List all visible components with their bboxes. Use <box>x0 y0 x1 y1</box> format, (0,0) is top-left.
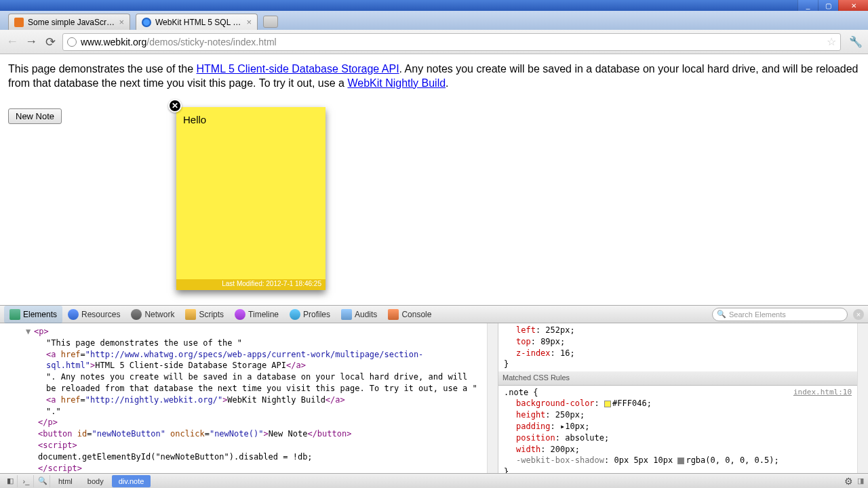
intro-text: This page demonstrates the use of the <box>8 63 197 75</box>
devtools-search-input[interactable]: 🔍 Search Elements <box>712 308 848 321</box>
profiles-icon <box>290 309 300 320</box>
source-link[interactable]: index.html:10 <box>793 387 852 397</box>
address-bar[interactable]: www.webkit.org/demos/sticky-notes/index.… <box>62 33 841 51</box>
devtools-tab-scripts[interactable]: Scripts <box>180 306 229 323</box>
search-icon: 🔍 <box>717 310 726 319</box>
forward-button[interactable]: → <box>24 35 38 49</box>
new-tab-button[interactable] <box>263 16 278 28</box>
devtools-tab-profiles[interactable]: Profiles <box>284 306 336 323</box>
intro-text: . <box>446 77 448 89</box>
browser-tab[interactable]: WebKit HTML 5 SQL Storag × <box>136 14 258 30</box>
window-titlebar <box>0 0 868 11</box>
sticky-note[interactable]: ✕ Hello Last Modified: 2012-7-1 18:46:25 <box>176 107 326 290</box>
devtools-tab-elements[interactable]: Elements <box>4 306 62 323</box>
devtools-toolbar: Elements Resources Network Scripts Timel… <box>0 306 868 323</box>
back-button[interactable]: ← <box>5 35 19 49</box>
nightly-build-link[interactable]: WebKit Nightly Build <box>347 77 446 89</box>
storage-api-link[interactable]: HTML 5 Client-side Database Storage API <box>197 63 399 75</box>
settings-gear-icon[interactable]: ⚙ <box>844 476 853 487</box>
console-icon <box>388 309 399 320</box>
page-content: This page demonstrates the use of the HT… <box>0 54 868 305</box>
xampp-icon <box>14 18 24 27</box>
note-close-button[interactable]: ✕ <box>168 99 182 113</box>
devtools-tab-timeline[interactable]: Timeline <box>229 306 284 323</box>
dock-button[interactable]: ◧ <box>3 475 18 487</box>
drawer-toggle-icon[interactable]: ◨ <box>857 476 864 485</box>
globe-icon <box>67 37 77 47</box>
window-maximize-button[interactable]: ▢ <box>818 0 838 11</box>
url-text: www.webkit.org/demos/sticky-notes/index.… <box>81 37 823 47</box>
devtools-tab-console[interactable]: Console <box>382 306 437 323</box>
close-icon[interactable]: × <box>119 17 124 27</box>
dom-tree[interactable]: ▼<p> "This page demonstrates the use of … <box>0 323 487 473</box>
resources-icon <box>68 309 79 320</box>
color-swatch[interactable] <box>604 401 611 407</box>
scrollbar[interactable] <box>857 323 868 473</box>
tab-title: Some simple JavaScript <box>28 18 115 27</box>
devtools-panel: Elements Resources Network Scripts Timel… <box>0 305 868 488</box>
inspect-button[interactable]: 🔍 <box>35 475 50 487</box>
devtools-statusbar: ◧ ›_ 🔍 html body div.note ⚙ ◨ <box>0 473 868 488</box>
tab-title: WebKit HTML 5 SQL Storag <box>155 18 242 27</box>
browser-tab[interactable]: Some simple JavaScript × <box>8 14 130 30</box>
devtools-tab-network[interactable]: Network <box>125 306 180 323</box>
window-minimize-button[interactable]: _ <box>797 0 818 11</box>
console-toggle-button[interactable]: ›_ <box>19 475 34 487</box>
scripts-icon <box>185 309 196 320</box>
breadcrumb-html[interactable]: html <box>52 475 79 487</box>
browser-toolbar: ← → ⟳ www.webkit.org/demos/sticky-notes/… <box>0 30 868 54</box>
styles-pane[interactable]: left: 252px; top: 89px; z-index: 16; } M… <box>498 323 857 473</box>
devtools-tab-audits[interactable]: Audits <box>336 306 382 323</box>
elements-icon <box>9 309 20 320</box>
network-icon <box>131 309 142 320</box>
browser-tab-strip: Some simple JavaScript × WebKit HTML 5 S… <box>0 11 868 30</box>
bookmark-star-icon[interactable]: ☆ <box>827 35 836 48</box>
devtools-tab-resources[interactable]: Resources <box>62 306 125 323</box>
wrench-menu-icon[interactable]: 🔧 <box>849 35 863 48</box>
intro-paragraph: This page demonstrates the use of the HT… <box>8 62 860 91</box>
reload-button[interactable]: ⟳ <box>43 35 57 49</box>
window-controls: _ ▢ ✕ <box>797 0 868 11</box>
audits-icon <box>341 309 352 320</box>
devtools-close-button[interactable]: × <box>853 309 864 320</box>
matched-rules-header: Matched CSS Rules <box>498 371 857 385</box>
devtools-body: ▼<p> "This page demonstrates the use of … <box>0 323 868 473</box>
timeline-icon <box>235 309 245 320</box>
color-swatch[interactable] <box>677 458 684 464</box>
note-timestamp: Last Modified: 2012-7-1 18:46:25 <box>176 279 326 290</box>
window-close-button[interactable]: ✕ <box>838 0 868 11</box>
note-content[interactable]: Hello <box>183 114 319 125</box>
scrollbar[interactable] <box>487 323 498 473</box>
webkit-icon <box>142 18 151 27</box>
new-note-button[interactable]: New Note <box>8 108 62 124</box>
breadcrumb-body[interactable]: body <box>81 475 111 487</box>
close-icon[interactable]: × <box>246 17 252 27</box>
search-placeholder: Search Elements <box>729 310 786 319</box>
breadcrumb-divnote[interactable]: div.note <box>112 475 151 487</box>
